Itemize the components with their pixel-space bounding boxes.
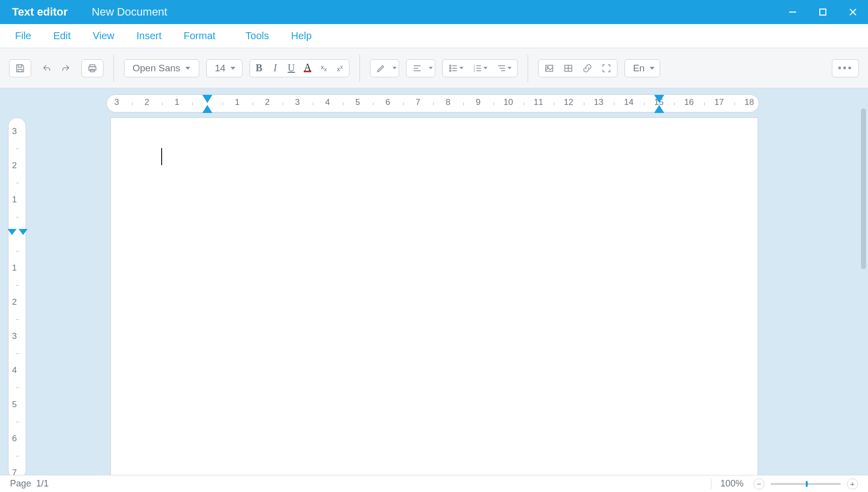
multilevel-list-icon xyxy=(497,63,507,73)
language-value: En xyxy=(633,63,645,74)
svg-rect-5 xyxy=(18,69,22,72)
highlight-color-button[interactable] xyxy=(373,59,390,77)
table-icon xyxy=(563,63,573,73)
zoom-slider[interactable] xyxy=(771,483,841,485)
svg-text:3: 3 xyxy=(473,69,475,72)
bulleted-list-button[interactable] xyxy=(445,59,467,77)
ruler-number: 13 xyxy=(594,97,603,107)
numbered-list-button[interactable]: 123 xyxy=(469,59,491,77)
ruler-indent-bottom-marker[interactable] xyxy=(654,104,664,114)
language-select[interactable]: En xyxy=(625,59,660,77)
fullscreen-icon xyxy=(601,63,611,73)
menu-file[interactable]: File xyxy=(5,25,41,47)
superscript-button[interactable]: xx xyxy=(333,59,347,77)
menu-format[interactable]: Format xyxy=(174,25,225,47)
bold-button[interactable]: B xyxy=(252,59,266,77)
ruler-number: 2 xyxy=(265,97,270,107)
ruler-indent-bottom-marker[interactable] xyxy=(202,104,212,114)
ruler-top-margin-marker[interactable] xyxy=(8,229,28,239)
document-name: New Document xyxy=(92,6,167,19)
ruler-number: 7 xyxy=(416,97,420,107)
svg-rect-4 xyxy=(18,65,22,67)
document-page[interactable] xyxy=(110,117,758,492)
maximize-icon xyxy=(818,7,828,17)
menu-insert[interactable]: Insert xyxy=(127,25,172,47)
menu-view[interactable]: View xyxy=(83,25,125,47)
redo-icon xyxy=(61,63,71,73)
link-icon xyxy=(582,63,592,73)
font-color-button[interactable]: A xyxy=(300,59,314,77)
plus-icon: + xyxy=(850,479,855,488)
svg-marker-33 xyxy=(202,105,212,113)
ruler-number: 3 xyxy=(295,97,300,107)
page-number: 1/1 xyxy=(36,478,49,489)
align-left-icon xyxy=(412,63,422,73)
more-group: ••• xyxy=(832,59,859,77)
zoom-in-button[interactable]: + xyxy=(847,478,858,489)
underline-button[interactable]: U xyxy=(284,59,298,77)
svg-point-12 xyxy=(449,65,451,66)
font-family-select[interactable]: Open Sans xyxy=(124,59,199,77)
ruler-number: 4 xyxy=(325,97,330,107)
ruler-number: 3 xyxy=(114,97,119,107)
insert-image-button[interactable] xyxy=(541,59,558,77)
ruler-indent-top-marker[interactable] xyxy=(654,94,664,104)
undo-redo-group xyxy=(38,59,74,77)
save-button[interactable] xyxy=(12,59,29,77)
list-group: 123 xyxy=(442,59,518,77)
ruler-number: 1 xyxy=(12,263,17,273)
ruler-number: 14 xyxy=(624,97,634,107)
statusbar: Page 1/1 100% − + xyxy=(0,475,868,492)
page-label: Page xyxy=(10,478,31,489)
menu-edit[interactable]: Edit xyxy=(43,25,80,47)
horizontal-ruler[interactable]: 321123456789101112131415161718 xyxy=(106,94,759,112)
more-options-button[interactable]: ••• xyxy=(834,59,856,77)
save-group xyxy=(9,59,31,77)
svg-marker-36 xyxy=(8,229,17,235)
ruler-number: 5 xyxy=(355,97,360,107)
close-button[interactable] xyxy=(838,0,868,24)
bulleted-list-icon xyxy=(448,63,458,73)
ruler-number: 18 xyxy=(745,97,754,107)
redo-button[interactable] xyxy=(57,59,74,77)
menu-help[interactable]: Help xyxy=(281,25,322,47)
chevron-down-icon xyxy=(508,67,512,69)
workspace: 321123456789101112131415161718 321123456… xyxy=(0,88,868,475)
svg-rect-1 xyxy=(820,9,826,15)
zoom-slider-knob[interactable] xyxy=(806,481,808,487)
italic-icon: I xyxy=(274,62,277,74)
fullscreen-button[interactable] xyxy=(598,59,615,77)
scrollbar-thumb[interactable] xyxy=(861,108,866,269)
chevron-down-icon xyxy=(185,67,190,70)
titlebar: Text editor New Document xyxy=(0,0,868,24)
chevron-down-icon xyxy=(429,67,433,69)
ruler-indent-top-marker[interactable] xyxy=(202,94,212,104)
vertical-ruler[interactable]: 32112345678 xyxy=(8,117,26,479)
svg-marker-37 xyxy=(19,229,28,235)
print-button[interactable] xyxy=(84,59,101,77)
ruler-number: 6 xyxy=(12,434,17,444)
ruler-number: 3 xyxy=(12,331,17,341)
insert-link-button[interactable] xyxy=(579,59,596,77)
maximize-button[interactable] xyxy=(808,0,838,24)
ruler-number: 10 xyxy=(504,97,513,107)
insert-table-button[interactable] xyxy=(560,59,577,77)
align-button[interactable] xyxy=(409,59,426,77)
undo-button[interactable] xyxy=(38,59,55,77)
vertical-scrollbar[interactable] xyxy=(861,98,866,465)
ruler-number: 2 xyxy=(12,297,17,307)
chevron-down-icon xyxy=(459,67,463,69)
more-horizontal-icon: ••• xyxy=(838,62,853,74)
print-icon xyxy=(87,63,97,73)
subscript-button[interactable]: xx xyxy=(317,59,331,77)
zoom-out-button[interactable]: − xyxy=(754,478,765,489)
menu-tools[interactable]: Tools xyxy=(235,25,279,47)
font-size-select[interactable]: 14 xyxy=(206,59,242,77)
minimize-button[interactable] xyxy=(778,0,808,24)
ruler-number: 2 xyxy=(145,97,149,107)
ruler-number: 6 xyxy=(386,97,390,107)
multilevel-list-button[interactable] xyxy=(493,59,515,77)
italic-button[interactable]: I xyxy=(268,59,282,77)
superscript-icon: xx xyxy=(337,64,343,72)
font-color-icon: A xyxy=(304,64,311,72)
